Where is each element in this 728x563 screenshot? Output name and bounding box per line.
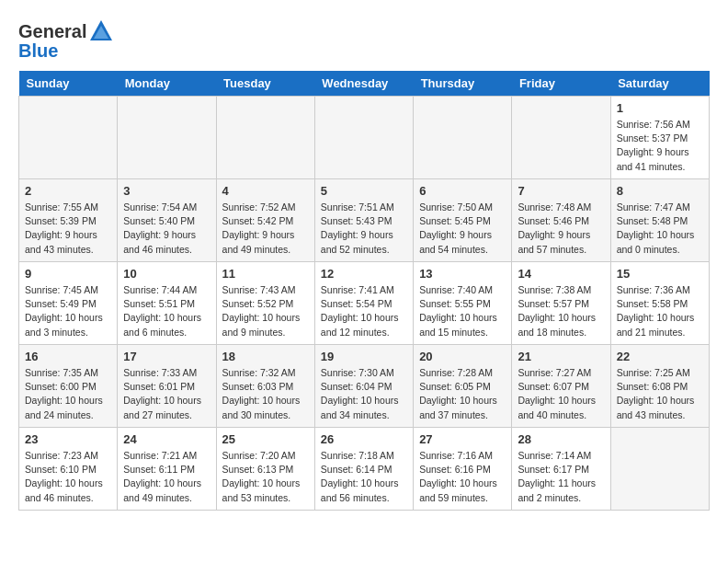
day-number: 23 xyxy=(25,432,111,446)
calendar-cell: 28Sunrise: 7:14 AM Sunset: 6:17 PM Dayli… xyxy=(512,428,610,511)
day-info: Sunrise: 7:30 AM Sunset: 6:04 PM Dayligh… xyxy=(321,366,407,422)
page-header: General Blue xyxy=(18,18,710,62)
calendar-cell: 8Sunrise: 7:47 AM Sunset: 5:48 PM Daylig… xyxy=(610,179,709,262)
calendar-cell: 3Sunrise: 7:54 AM Sunset: 5:40 PM Daylig… xyxy=(118,179,216,262)
calendar-cell: 14Sunrise: 7:38 AM Sunset: 5:57 PM Dayli… xyxy=(512,262,610,345)
day-number: 19 xyxy=(321,350,407,363)
day-number: 27 xyxy=(419,432,506,446)
day-info: Sunrise: 7:25 AM Sunset: 6:08 PM Dayligh… xyxy=(617,366,703,422)
logo: General Blue xyxy=(18,18,116,62)
day-info: Sunrise: 7:50 AM Sunset: 5:45 PM Dayligh… xyxy=(419,201,506,257)
calendar-cell: 27Sunrise: 7:16 AM Sunset: 6:16 PM Dayli… xyxy=(414,428,512,511)
calendar-cell: 20Sunrise: 7:28 AM Sunset: 6:05 PM Dayli… xyxy=(414,345,512,428)
day-number: 28 xyxy=(518,432,604,446)
calendar-cell xyxy=(216,97,314,179)
day-info: Sunrise: 7:16 AM Sunset: 6:16 PM Dayligh… xyxy=(419,449,506,505)
day-number: 18 xyxy=(222,350,309,363)
calendar-cell: 9Sunrise: 7:45 AM Sunset: 5:49 PM Daylig… xyxy=(19,262,118,345)
calendar-week-row: 2Sunrise: 7:55 AM Sunset: 5:39 PM Daylig… xyxy=(19,179,710,262)
calendar-cell xyxy=(512,97,610,179)
day-number: 25 xyxy=(222,432,309,446)
day-info: Sunrise: 7:48 AM Sunset: 5:46 PM Dayligh… xyxy=(518,201,604,257)
day-info: Sunrise: 7:23 AM Sunset: 6:10 PM Dayligh… xyxy=(25,449,111,505)
day-info: Sunrise: 7:38 AM Sunset: 5:57 PM Dayligh… xyxy=(518,283,604,339)
day-number: 2 xyxy=(25,184,111,198)
day-info: Sunrise: 7:56 AM Sunset: 5:37 PM Dayligh… xyxy=(617,118,703,174)
day-number: 17 xyxy=(123,350,210,363)
day-number: 24 xyxy=(123,432,210,446)
day-info: Sunrise: 7:32 AM Sunset: 6:03 PM Dayligh… xyxy=(222,366,309,422)
logo-general-text: General xyxy=(18,21,86,42)
day-info: Sunrise: 7:35 AM Sunset: 6:00 PM Dayligh… xyxy=(25,366,111,422)
day-number: 14 xyxy=(518,267,604,281)
calendar-cell: 22Sunrise: 7:25 AM Sunset: 6:08 PM Dayli… xyxy=(610,345,709,428)
logo-icon xyxy=(88,18,114,44)
day-info: Sunrise: 7:47 AM Sunset: 5:48 PM Dayligh… xyxy=(617,201,703,257)
day-number: 6 xyxy=(419,184,506,198)
day-info: Sunrise: 7:51 AM Sunset: 5:43 PM Dayligh… xyxy=(321,201,407,257)
day-number: 12 xyxy=(321,267,407,281)
col-header-thursday: Thursday xyxy=(414,71,512,97)
calendar-cell: 1Sunrise: 7:56 AM Sunset: 5:37 PM Daylig… xyxy=(610,97,709,179)
day-info: Sunrise: 7:21 AM Sunset: 6:11 PM Dayligh… xyxy=(123,449,210,505)
calendar-cell: 24Sunrise: 7:21 AM Sunset: 6:11 PM Dayli… xyxy=(118,428,216,511)
calendar-cell: 7Sunrise: 7:48 AM Sunset: 5:46 PM Daylig… xyxy=(512,179,610,262)
calendar-cell xyxy=(314,97,413,179)
col-header-tuesday: Tuesday xyxy=(216,71,314,97)
calendar-header-row: SundayMondayTuesdayWednesdayThursdayFrid… xyxy=(19,71,710,97)
day-info: Sunrise: 7:54 AM Sunset: 5:40 PM Dayligh… xyxy=(123,201,210,257)
calendar-cell: 6Sunrise: 7:50 AM Sunset: 5:45 PM Daylig… xyxy=(414,179,512,262)
calendar-cell: 10Sunrise: 7:44 AM Sunset: 5:51 PM Dayli… xyxy=(118,262,216,345)
day-number: 20 xyxy=(419,350,506,363)
calendar-table: SundayMondayTuesdayWednesdayThursdayFrid… xyxy=(18,71,710,511)
day-number: 13 xyxy=(419,267,506,281)
col-header-saturday: Saturday xyxy=(610,71,709,97)
col-header-friday: Friday xyxy=(512,71,610,97)
col-header-wednesday: Wednesday xyxy=(314,71,413,97)
calendar-cell: 15Sunrise: 7:36 AM Sunset: 5:58 PM Dayli… xyxy=(610,262,709,345)
day-info: Sunrise: 7:40 AM Sunset: 5:55 PM Dayligh… xyxy=(419,283,506,339)
day-info: Sunrise: 7:14 AM Sunset: 6:17 PM Dayligh… xyxy=(518,449,604,505)
calendar-cell: 17Sunrise: 7:33 AM Sunset: 6:01 PM Dayli… xyxy=(118,345,216,428)
calendar-cell: 26Sunrise: 7:18 AM Sunset: 6:14 PM Dayli… xyxy=(314,428,413,511)
calendar-cell: 2Sunrise: 7:55 AM Sunset: 5:39 PM Daylig… xyxy=(19,179,118,262)
day-number: 1 xyxy=(617,101,703,115)
calendar-cell xyxy=(610,428,709,511)
day-number: 16 xyxy=(25,350,111,363)
calendar-cell: 25Sunrise: 7:20 AM Sunset: 6:13 PM Dayli… xyxy=(216,428,314,511)
day-number: 5 xyxy=(321,184,407,198)
calendar-cell: 12Sunrise: 7:41 AM Sunset: 5:54 PM Dayli… xyxy=(314,262,413,345)
day-number: 9 xyxy=(25,267,111,281)
calendar-cell: 13Sunrise: 7:40 AM Sunset: 5:55 PM Dayli… xyxy=(414,262,512,345)
day-number: 22 xyxy=(617,350,703,363)
day-number: 26 xyxy=(321,432,407,446)
calendar-cell: 5Sunrise: 7:51 AM Sunset: 5:43 PM Daylig… xyxy=(314,179,413,262)
day-info: Sunrise: 7:43 AM Sunset: 5:52 PM Dayligh… xyxy=(222,283,309,339)
day-number: 10 xyxy=(123,267,210,281)
day-info: Sunrise: 7:52 AM Sunset: 5:42 PM Dayligh… xyxy=(222,201,309,257)
calendar-cell: 19Sunrise: 7:30 AM Sunset: 6:04 PM Dayli… xyxy=(314,345,413,428)
calendar-week-row: 9Sunrise: 7:45 AM Sunset: 5:49 PM Daylig… xyxy=(19,262,710,345)
day-info: Sunrise: 7:28 AM Sunset: 6:05 PM Dayligh… xyxy=(419,366,506,422)
calendar-cell: 21Sunrise: 7:27 AM Sunset: 6:07 PM Dayli… xyxy=(512,345,610,428)
calendar-cell xyxy=(414,97,512,179)
calendar-cell: 16Sunrise: 7:35 AM Sunset: 6:00 PM Dayli… xyxy=(19,345,118,428)
day-info: Sunrise: 7:33 AM Sunset: 6:01 PM Dayligh… xyxy=(123,366,210,422)
col-header-monday: Monday xyxy=(118,71,216,97)
day-number: 15 xyxy=(617,267,703,281)
day-info: Sunrise: 7:18 AM Sunset: 6:14 PM Dayligh… xyxy=(321,449,407,505)
col-header-sunday: Sunday xyxy=(19,71,118,97)
day-number: 3 xyxy=(123,184,210,198)
day-number: 21 xyxy=(518,350,604,363)
calendar-cell: 11Sunrise: 7:43 AM Sunset: 5:52 PM Dayli… xyxy=(216,262,314,345)
day-number: 11 xyxy=(222,267,309,281)
day-info: Sunrise: 7:27 AM Sunset: 6:07 PM Dayligh… xyxy=(518,366,604,422)
calendar-week-row: 23Sunrise: 7:23 AM Sunset: 6:10 PM Dayli… xyxy=(19,428,710,511)
day-number: 8 xyxy=(617,184,703,198)
day-info: Sunrise: 7:41 AM Sunset: 5:54 PM Dayligh… xyxy=(321,283,407,339)
day-info: Sunrise: 7:45 AM Sunset: 5:49 PM Dayligh… xyxy=(25,283,111,339)
calendar-cell: 23Sunrise: 7:23 AM Sunset: 6:10 PM Dayli… xyxy=(19,428,118,511)
calendar-cell xyxy=(19,97,118,179)
calendar-week-row: 1Sunrise: 7:56 AM Sunset: 5:37 PM Daylig… xyxy=(19,97,710,179)
day-info: Sunrise: 7:20 AM Sunset: 6:13 PM Dayligh… xyxy=(222,449,309,505)
